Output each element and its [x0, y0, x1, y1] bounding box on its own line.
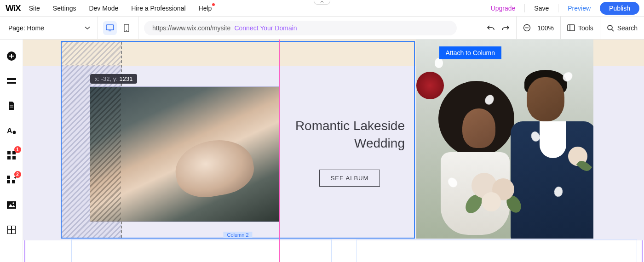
collapse-notch[interactable] [314, 0, 330, 5]
column-label: Column 2 [223, 232, 252, 238]
preview-button[interactable]: Preview [568, 5, 591, 12]
bouquet [467, 168, 522, 228]
svg-point-3 [126, 30, 127, 31]
see-album-button[interactable]: SEE ALBUM [319, 170, 380, 187]
design-icon: A [7, 126, 16, 135]
tools-label: Tools [578, 24, 593, 32]
chevron-down-icon [85, 26, 90, 30]
svg-line-9 [612, 29, 614, 31]
svg-rect-1 [109, 30, 111, 31]
rail-apps[interactable]: 1 [5, 149, 18, 162]
apps-icon [7, 151, 16, 159]
text-column: Romantic LakesideWedding SEE ALBUM [283, 66, 416, 238]
menu-help[interactable]: Help [199, 5, 212, 12]
redo-icon [501, 24, 510, 32]
menu-hire[interactable]: Hire a Professional [131, 5, 185, 12]
rail-appmarket-badge: 2 [14, 171, 21, 178]
tools-icon [567, 24, 575, 31]
rail-appmarket[interactable]: 2 [5, 174, 18, 187]
menu-devmode[interactable]: Dev Mode [89, 5, 118, 12]
separator [524, 4, 525, 12]
sections-icon [7, 77, 16, 85]
upgrade-link[interactable]: Upgrade [491, 5, 516, 12]
zoom-out-button[interactable] [523, 24, 531, 32]
undo-button[interactable] [487, 24, 495, 32]
svg-rect-26 [7, 201, 16, 209]
undo-icon [487, 24, 495, 32]
couple-photo[interactable] [416, 40, 593, 239]
mobile-view-button[interactable] [120, 21, 133, 35]
publish-button[interactable]: Publish [600, 2, 639, 15]
grid-icon [7, 226, 16, 234]
rail-apps-badge: 1 [14, 146, 21, 153]
svg-point-8 [608, 25, 612, 30]
separator [558, 4, 558, 12]
editor-canvas[interactable]: Column 2 Attach to Column x: -32, y: 123… [23, 40, 644, 262]
rail-data[interactable] [5, 223, 18, 236]
svg-point-28 [12, 202, 14, 204]
rail-design[interactable]: A [5, 124, 18, 137]
vertical-guide [279, 40, 280, 262]
next-column-right[interactable] [356, 239, 637, 262]
svg-rect-25 [12, 180, 15, 183]
zoom-out-icon [523, 24, 531, 32]
menu-site[interactable]: Site [29, 5, 40, 12]
confetti-petal [435, 58, 443, 68]
appmarket-icon [7, 176, 16, 185]
svg-rect-6 [568, 25, 575, 31]
menu-settings[interactable]: Settings [53, 5, 76, 12]
site-url: https://www.wix.com/mysite [152, 24, 230, 32]
plus-circle-icon [6, 51, 17, 62]
gallery-heading: Romantic LakesideWedding [294, 117, 405, 152]
dragging-image-element[interactable] [90, 87, 279, 222]
groom-figure [513, 66, 593, 239]
next-column-left[interactable] [71, 239, 332, 262]
svg-rect-23 [7, 176, 10, 179]
url-bar[interactable]: https://www.wix.com/mysite Connect Your … [144, 21, 457, 35]
image-outside-overlay [90, 87, 121, 222]
attach-to-column-button[interactable]: Attach to Column [439, 46, 501, 59]
search-label: Search [617, 24, 638, 32]
connect-domain-link[interactable]: Connect Your Domain [234, 24, 297, 32]
svg-rect-21 [7, 156, 11, 159]
svg-rect-0 [106, 25, 114, 30]
rail-sections[interactable] [5, 74, 18, 87]
tools-button[interactable]: Tools [567, 24, 593, 32]
svg-text:A: A [7, 127, 12, 135]
rail-add[interactable] [5, 50, 18, 63]
svg-rect-19 [7, 151, 11, 154]
zoom-level: 100% [537, 24, 554, 32]
desktop-view-button[interactable] [103, 21, 117, 35]
page-name: Home [27, 24, 44, 32]
svg-rect-14 [7, 82, 16, 84]
svg-point-18 [12, 131, 16, 134]
search-icon [607, 24, 614, 32]
svg-rect-22 [12, 156, 16, 159]
redo-button[interactable] [501, 24, 510, 32]
svg-rect-16 [10, 107, 13, 108]
search-button[interactable]: Search [607, 24, 638, 32]
desktop-icon [106, 24, 114, 32]
mobile-icon [124, 24, 129, 32]
save-button[interactable]: Save [534, 5, 549, 12]
wix-logo: WiX [6, 3, 21, 13]
svg-rect-13 [7, 78, 16, 80]
horizontal-guide [23, 66, 644, 66]
rail-pages[interactable] [5, 99, 18, 112]
svg-rect-15 [10, 105, 13, 106]
rail-media[interactable] [5, 199, 18, 211]
page-selector[interactable]: Page: Home [0, 17, 98, 39]
image-icon [7, 201, 16, 209]
page-label-prefix: Page: [8, 24, 27, 32]
page-icon [8, 101, 15, 110]
svg-rect-24 [7, 180, 10, 183]
drag-coordinates: x: -32, y: 1231 [90, 74, 137, 84]
